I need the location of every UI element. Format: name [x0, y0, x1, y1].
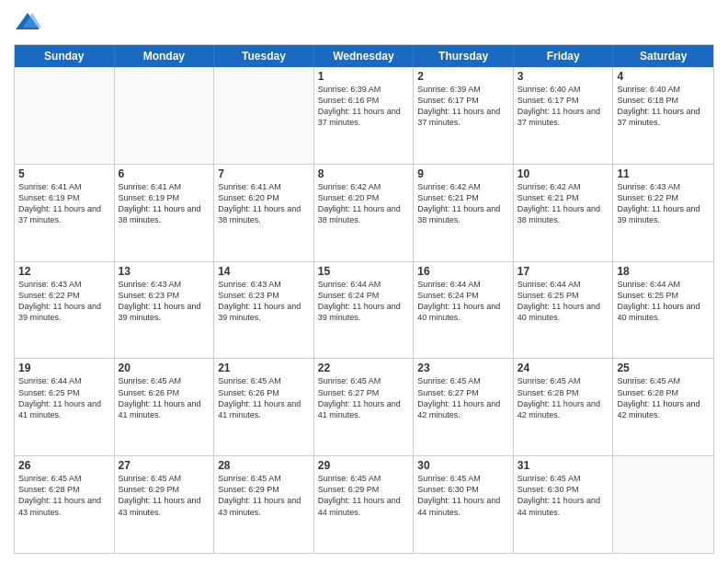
calendar-cell: 30Sunrise: 6:45 AMSunset: 6:30 PMDayligh… — [414, 456, 514, 553]
calendar-cell: 22Sunrise: 6:45 AMSunset: 6:27 PMDayligh… — [314, 359, 415, 455]
calendar-cell: 31Sunrise: 6:45 AMSunset: 6:30 PMDayligh… — [514, 456, 614, 553]
calendar-cell: 15Sunrise: 6:44 AMSunset: 6:24 PMDayligh… — [314, 262, 415, 359]
calendar-cell: 5Sunrise: 6:41 AMSunset: 6:19 PMDaylight… — [15, 165, 115, 261]
calendar-row: 5Sunrise: 6:41 AMSunset: 6:19 PMDaylight… — [15, 165, 713, 262]
calendar-cell — [613, 456, 713, 553]
calendar-cell — [115, 67, 215, 164]
day-info: Sunrise: 6:42 AMSunset: 6:21 PMDaylight:… — [417, 181, 509, 226]
day-info: Sunrise: 6:43 AMSunset: 6:23 PMDaylight:… — [218, 279, 310, 324]
day-number: 14 — [218, 265, 310, 278]
day-info: Sunrise: 6:41 AMSunset: 6:19 PMDaylight:… — [18, 181, 110, 226]
day-number: 11 — [617, 167, 710, 180]
calendar-cell: 25Sunrise: 6:45 AMSunset: 6:28 PMDayligh… — [613, 359, 713, 455]
day-number: 1 — [318, 70, 410, 83]
calendar-row: 19Sunrise: 6:44 AMSunset: 6:25 PMDayligh… — [15, 359, 713, 456]
day-number: 6 — [119, 167, 210, 180]
calendar-cell: 23Sunrise: 6:45 AMSunset: 6:27 PMDayligh… — [414, 359, 514, 455]
calendar-cell: 11Sunrise: 6:43 AMSunset: 6:22 PMDayligh… — [613, 165, 713, 261]
calendar-cell — [214, 67, 314, 164]
day-info: Sunrise: 6:45 AMSunset: 6:28 PMDaylight:… — [18, 473, 110, 518]
day-header: Saturday — [613, 45, 713, 67]
day-info: Sunrise: 6:43 AMSunset: 6:23 PMDaylight:… — [119, 279, 210, 324]
header — [14, 9, 714, 37]
day-number: 18 — [617, 265, 710, 278]
calendar-cell: 16Sunrise: 6:44 AMSunset: 6:24 PMDayligh… — [414, 262, 514, 359]
calendar-cell: 26Sunrise: 6:45 AMSunset: 6:28 PMDayligh… — [15, 456, 115, 553]
calendar-cell: 12Sunrise: 6:43 AMSunset: 6:22 PMDayligh… — [15, 262, 115, 359]
calendar-cell: 10Sunrise: 6:42 AMSunset: 6:21 PMDayligh… — [514, 165, 614, 261]
day-number: 3 — [518, 70, 609, 83]
calendar-cell: 13Sunrise: 6:43 AMSunset: 6:23 PMDayligh… — [115, 262, 215, 359]
day-number: 30 — [417, 459, 509, 472]
day-number: 10 — [518, 167, 609, 180]
day-number: 21 — [218, 362, 310, 374]
calendar-header: SundayMondayTuesdayWednesdayThursdayFrid… — [15, 45, 713, 67]
day-info: Sunrise: 6:41 AMSunset: 6:19 PMDaylight:… — [119, 181, 210, 226]
day-info: Sunrise: 6:45 AMSunset: 6:29 PMDaylight:… — [318, 473, 410, 518]
calendar-row: 1Sunrise: 6:39 AMSunset: 6:16 PMDaylight… — [15, 67, 713, 165]
calendar-cell: 6Sunrise: 6:41 AMSunset: 6:19 PMDaylight… — [115, 165, 215, 261]
day-info: Sunrise: 6:39 AMSunset: 6:17 PMDaylight:… — [417, 84, 509, 129]
day-info: Sunrise: 6:42 AMSunset: 6:20 PMDaylight:… — [318, 181, 410, 226]
calendar-cell: 21Sunrise: 6:45 AMSunset: 6:26 PMDayligh… — [214, 359, 314, 455]
day-number: 29 — [318, 459, 410, 472]
day-info: Sunrise: 6:45 AMSunset: 6:27 PMDaylight:… — [417, 375, 509, 420]
calendar-cell: 17Sunrise: 6:44 AMSunset: 6:25 PMDayligh… — [514, 262, 614, 359]
calendar-cell: 29Sunrise: 6:45 AMSunset: 6:29 PMDayligh… — [314, 456, 415, 553]
day-info: Sunrise: 6:44 AMSunset: 6:25 PMDaylight:… — [617, 279, 710, 324]
day-number: 4 — [617, 70, 710, 83]
page: SundayMondayTuesdayWednesdayThursdayFrid… — [0, 0, 728, 563]
calendar-cell: 9Sunrise: 6:42 AMSunset: 6:21 PMDaylight… — [414, 165, 514, 261]
day-info: Sunrise: 6:45 AMSunset: 6:28 PMDaylight:… — [518, 375, 609, 420]
logo — [14, 9, 45, 37]
calendar-cell: 19Sunrise: 6:44 AMSunset: 6:25 PMDayligh… — [15, 359, 115, 455]
day-number: 24 — [518, 362, 609, 374]
day-info: Sunrise: 6:45 AMSunset: 6:29 PMDaylight:… — [218, 473, 310, 518]
day-number: 7 — [218, 167, 310, 180]
day-info: Sunrise: 6:39 AMSunset: 6:16 PMDaylight:… — [318, 84, 410, 129]
day-header: Wednesday — [314, 45, 415, 67]
day-number: 28 — [218, 459, 310, 472]
day-number: 20 — [119, 362, 210, 374]
calendar-cell: 3Sunrise: 6:40 AMSunset: 6:17 PMDaylight… — [514, 67, 614, 164]
day-info: Sunrise: 6:44 AMSunset: 6:25 PMDaylight:… — [18, 375, 110, 420]
day-number: 23 — [417, 362, 509, 374]
day-number: 31 — [518, 459, 609, 472]
day-info: Sunrise: 6:45 AMSunset: 6:28 PMDaylight:… — [617, 375, 710, 420]
day-number: 15 — [318, 265, 410, 278]
day-header: Sunday — [15, 45, 115, 67]
calendar-cell: 7Sunrise: 6:41 AMSunset: 6:20 PMDaylight… — [214, 165, 314, 261]
day-number: 17 — [518, 265, 609, 278]
day-number: 2 — [417, 70, 509, 83]
day-info: Sunrise: 6:44 AMSunset: 6:25 PMDaylight:… — [518, 279, 609, 324]
calendar-cell: 1Sunrise: 6:39 AMSunset: 6:16 PMDaylight… — [314, 67, 415, 164]
calendar-cell: 8Sunrise: 6:42 AMSunset: 6:20 PMDaylight… — [314, 165, 415, 261]
calendar-cell: 28Sunrise: 6:45 AMSunset: 6:29 PMDayligh… — [214, 456, 314, 553]
day-number: 22 — [318, 362, 410, 374]
calendar-cell: 4Sunrise: 6:40 AMSunset: 6:18 PMDaylight… — [613, 67, 713, 164]
calendar-row: 26Sunrise: 6:45 AMSunset: 6:28 PMDayligh… — [15, 456, 713, 553]
day-number: 16 — [417, 265, 509, 278]
day-info: Sunrise: 6:45 AMSunset: 6:26 PMDaylight:… — [218, 375, 310, 420]
day-info: Sunrise: 6:43 AMSunset: 6:22 PMDaylight:… — [617, 181, 710, 226]
calendar-cell: 2Sunrise: 6:39 AMSunset: 6:17 PMDaylight… — [414, 67, 514, 164]
day-info: Sunrise: 6:45 AMSunset: 6:26 PMDaylight:… — [119, 375, 210, 420]
day-number: 9 — [417, 167, 509, 180]
day-info: Sunrise: 6:44 AMSunset: 6:24 PMDaylight:… — [318, 279, 410, 324]
calendar-cell: 20Sunrise: 6:45 AMSunset: 6:26 PMDayligh… — [115, 359, 215, 455]
day-info: Sunrise: 6:40 AMSunset: 6:17 PMDaylight:… — [518, 84, 609, 129]
logo-icon — [14, 9, 41, 37]
day-number: 27 — [119, 459, 210, 472]
day-info: Sunrise: 6:42 AMSunset: 6:21 PMDaylight:… — [518, 181, 609, 226]
calendar-cell: 14Sunrise: 6:43 AMSunset: 6:23 PMDayligh… — [214, 262, 314, 359]
calendar-cell: 24Sunrise: 6:45 AMSunset: 6:28 PMDayligh… — [514, 359, 614, 455]
day-number: 5 — [18, 167, 110, 180]
calendar: SundayMondayTuesdayWednesdayThursdayFrid… — [14, 44, 714, 554]
day-info: Sunrise: 6:40 AMSunset: 6:18 PMDaylight:… — [617, 84, 710, 129]
day-header: Tuesday — [214, 45, 314, 67]
day-number: 8 — [318, 167, 410, 180]
day-number: 26 — [18, 459, 110, 472]
day-info: Sunrise: 6:45 AMSunset: 6:30 PMDaylight:… — [417, 473, 509, 518]
day-number: 25 — [617, 362, 710, 374]
day-info: Sunrise: 6:45 AMSunset: 6:27 PMDaylight:… — [318, 375, 410, 420]
